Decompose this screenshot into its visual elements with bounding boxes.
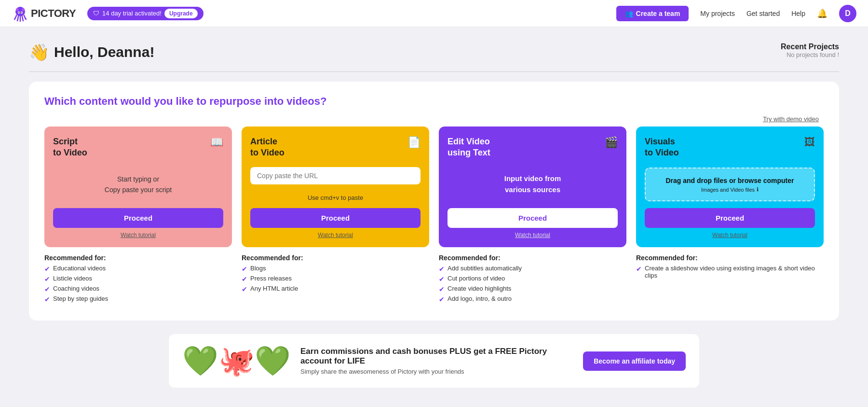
recent-projects-title: Recent Projects — [781, 42, 839, 51]
cards-row: Script to Video 📖 Start typing or Copy p… — [44, 126, 824, 305]
script-recommendation: Recommended for: ✔Educational videos ✔Li… — [44, 254, 232, 305]
recent-projects-panel: Recent Projects No projects found ! — [781, 42, 839, 58]
card-body: Drag and drop files or browse computer I… — [645, 167, 815, 202]
check-icon: ✔ — [439, 285, 445, 293]
visuals-proceed-button[interactable]: Proceed — [645, 208, 815, 228]
card-body: Start typing or Copy paste your script — [53, 167, 223, 202]
card-body: Input video from various sources — [448, 167, 618, 202]
svg-point-1 — [16, 8, 19, 11]
info-icon: ℹ — [757, 186, 759, 193]
shield-icon: 🛡 — [93, 10, 99, 17]
edit-video-wrapper: Edit Video using Text 🎬 Input video from… — [439, 126, 626, 305]
visuals-to-video-wrapper: Visuals to Video 🖼 Drag and drop files o… — [636, 126, 824, 305]
list-item: ✔Press releases — [242, 275, 429, 283]
script-placeholder-text: Start typing or Copy paste your script — [105, 174, 172, 196]
video-input-text: Input video from various sources — [504, 173, 561, 195]
svg-point-6 — [21, 12, 22, 13]
check-icon: ✔ — [439, 265, 445, 273]
card-title: Edit Video using Text — [448, 136, 490, 159]
logo-area: PICTORY — [12, 5, 76, 22]
script-rec-list: ✔Educational videos ✔Listicle videos ✔Co… — [44, 265, 232, 303]
edit-video-rec-list: ✔Add subtitles automatically ✔Cut portio… — [439, 265, 626, 303]
check-icon: ✔ — [44, 285, 50, 293]
drop-subtitle: Images and Video files ℹ — [653, 186, 806, 193]
list-item: ✔Cut portions of video — [439, 275, 626, 283]
demo-link[interactable]: Try with demo video — [763, 115, 819, 123]
card-title: Visuals to Video — [645, 136, 679, 159]
article-watch-tutorial[interactable]: Watch tutorial — [250, 232, 420, 239]
divider — [29, 71, 839, 72]
notification-bell-icon[interactable]: 🔔 — [817, 8, 827, 19]
hello-row: 👋 Hello, Deanna! Recent Projects No proj… — [29, 42, 839, 62]
card-header: Edit Video using Text 🎬 — [448, 136, 618, 159]
svg-point-5 — [18, 12, 19, 13]
script-to-video-wrapper: Script to Video 📖 Start typing or Copy p… — [44, 126, 232, 305]
affiliate-sub-text: Simply share the awesomeness of Pictory … — [300, 368, 573, 375]
script-watch-tutorial[interactable]: Watch tutorial — [53, 232, 223, 239]
list-item: ✔Educational videos — [44, 265, 232, 273]
team-icon: 👥 — [625, 10, 633, 17]
check-icon: ✔ — [242, 285, 247, 293]
list-item: ✔Create video highlights — [439, 285, 626, 293]
drop-zone[interactable]: Drag and drop files or browse computer I… — [645, 168, 815, 202]
affiliate-text: Earn commissions and cash bonuses PLUS g… — [300, 347, 573, 375]
edit-video-recommendation: Recommended for: ✔Add subtitles automati… — [439, 254, 626, 305]
url-input[interactable] — [250, 167, 420, 184]
article-rec-list: ✔Blogs ✔Press releases ✔Any HTML article — [242, 265, 429, 293]
greeting-text: Hello, Deanna! — [54, 44, 154, 60]
edit-video-proceed-button[interactable]: Proceed — [448, 208, 618, 228]
octopus-icon: 💚🐙💚 — [182, 344, 291, 378]
nav-get-started[interactable]: Get started — [746, 10, 780, 17]
greeting: 👋 Hello, Deanna! — [29, 42, 154, 62]
nav-help[interactable]: Help — [791, 10, 805, 17]
article-to-video-wrapper: Article to Video 📄 Use cmd+v to paste Pr… — [242, 126, 429, 305]
card-header: Script to Video 📖 — [53, 136, 223, 159]
no-projects-text: No projects found ! — [781, 51, 839, 58]
which-content-section: Which content would you like to repurpos… — [29, 82, 839, 321]
visuals-to-video-card: Visuals to Video 🖼 Drag and drop files o… — [636, 126, 824, 247]
visuals-recommendation: Recommended for: ✔Create a slideshow vid… — [636, 254, 824, 281]
paste-hint: Use cmd+v to paste — [308, 194, 363, 201]
image-icon: 🖼 — [804, 136, 815, 149]
check-icon: ✔ — [242, 275, 247, 283]
script-proceed-button[interactable]: Proceed — [53, 208, 223, 228]
card-title: Article to Video — [250, 136, 285, 159]
affiliate-main-text: Earn commissions and cash bonuses PLUS g… — [300, 347, 573, 366]
upgrade-button[interactable]: Upgrade — [164, 9, 198, 18]
visuals-rec-list: ✔Create a slideshow video using existing… — [636, 265, 824, 279]
doc-icon: 📄 — [407, 136, 420, 149]
svg-point-0 — [15, 7, 25, 16]
check-icon: ✔ — [242, 265, 247, 273]
which-content-title: Which content would you like to repurpos… — [44, 95, 824, 108]
avatar[interactable]: D — [839, 5, 856, 22]
card-header: Visuals to Video 🖼 — [645, 136, 815, 159]
edit-video-watch-tutorial[interactable]: Watch tutorial — [448, 232, 618, 239]
article-proceed-button[interactable]: Proceed — [250, 208, 420, 228]
affiliate-button[interactable]: Become an affiliate today — [583, 351, 686, 371]
check-icon: ✔ — [44, 295, 50, 303]
list-item: ✔Create a slideshow video using existing… — [636, 265, 824, 279]
drop-title: Drag and drop files or browse computer — [653, 176, 806, 186]
script-to-video-card: Script to Video 📖 Start typing or Copy p… — [44, 126, 232, 247]
list-item: ✔Add subtitles automatically — [439, 265, 626, 273]
logo-icon — [12, 5, 29, 22]
header-right: 👥 Create a team My projects Get started … — [616, 5, 856, 22]
svg-point-2 — [22, 8, 25, 11]
visuals-watch-tutorial[interactable]: Watch tutorial — [645, 232, 815, 239]
check-icon: ✔ — [44, 265, 50, 273]
create-team-button[interactable]: 👥 Create a team — [616, 6, 689, 21]
list-item: ✔Coaching videos — [44, 285, 232, 293]
list-item: ✔Listicle videos — [44, 275, 232, 283]
affiliate-banner: 💚🐙💚 Earn commissions and cash bonuses PL… — [169, 334, 699, 388]
card-title: Script to Video — [53, 136, 87, 159]
trial-badge: 🛡 14 day trial activated! Upgrade — [87, 7, 203, 20]
wave-emoji: 👋 — [29, 42, 49, 62]
list-item: ✔Add logo, intro, & outro — [439, 295, 626, 303]
nav-my-projects[interactable]: My projects — [700, 10, 735, 17]
article-to-video-card: Article to Video 📄 Use cmd+v to paste Pr… — [242, 126, 429, 247]
check-icon: ✔ — [636, 265, 642, 273]
check-icon: ✔ — [439, 275, 445, 283]
edit-video-card: Edit Video using Text 🎬 Input video from… — [439, 126, 626, 247]
list-item: ✔Step by step guides — [44, 295, 232, 303]
header: PICTORY 🛡 14 day trial activated! Upgrad… — [0, 0, 868, 27]
